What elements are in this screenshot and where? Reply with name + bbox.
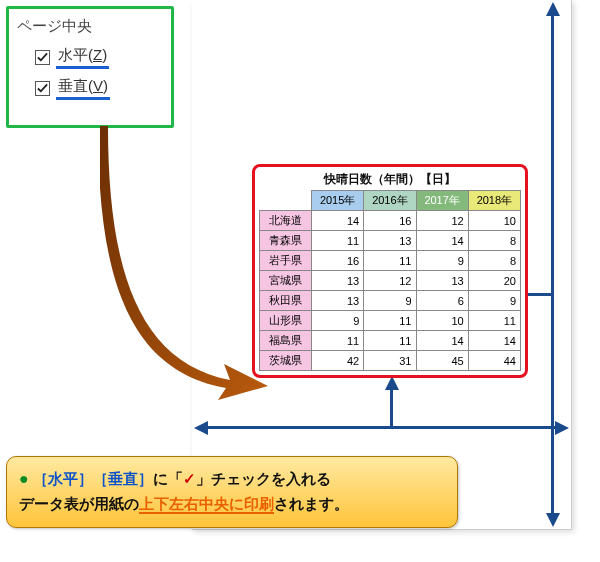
row-header: 山形県 [260,311,312,331]
data-cell: 8 [468,251,520,271]
col-header: 2016年 [364,191,416,211]
row-header: 茨城県 [260,351,312,371]
table-row: 秋田県13969 [260,291,521,311]
print-preview-sheet: 快晴日数（年間）【日】 2015年 2016年 2017年 2018年 北海道1… [192,0,572,530]
row-header: 宮城県 [260,271,312,291]
table-corner [260,191,312,211]
data-cell: 11 [364,311,416,331]
page-center-group-label: ページ中央 [17,17,163,36]
data-cell: 9 [468,291,520,311]
arrowhead-up-icon [546,2,560,16]
data-cell: 9 [312,311,364,331]
row-header: 北海道 [260,211,312,231]
vertical-checkbox-row[interactable]: 垂直(V) [17,77,163,100]
callout-line-2: データ表が用紙の上下左右中央に印刷されます。 [19,492,445,515]
horizontal-checkbox-row[interactable]: 水平(Z) [17,46,163,69]
data-cell: 13 [312,291,364,311]
data-cell: 11 [312,231,364,251]
table-row: 茨城県42314544 [260,351,521,371]
data-cell: 9 [416,251,468,271]
row-header: 秋田県 [260,291,312,311]
data-cell: 45 [416,351,468,371]
gap-arrow-right [524,293,554,296]
data-cell: 14 [312,211,364,231]
vertical-checkbox-label: 垂直(V) [56,77,110,100]
table-row: 北海道14161210 [260,211,521,231]
row-header: 岩手県 [260,251,312,271]
data-cell: 14 [416,231,468,251]
data-cell: 10 [468,211,520,231]
data-cell: 8 [468,231,520,251]
checkmark-icon [35,81,50,96]
data-cell: 9 [364,291,416,311]
data-cell: 20 [468,271,520,291]
col-header: 2018年 [468,191,520,211]
data-cell: 11 [312,331,364,351]
table-row: 福島県11111414 [260,331,521,351]
gap-arrow-bottom [390,384,393,426]
table-row: 山形県9111011 [260,311,521,331]
page-center-group: ページ中央 水平(Z) 垂直(V) [6,6,174,128]
bullet-icon: ● [19,470,29,487]
arrowhead-right-icon [555,421,569,435]
data-cell: 16 [364,211,416,231]
data-cell: 12 [364,271,416,291]
table-row: 青森県1113148 [260,231,521,251]
data-cell: 10 [416,311,468,331]
data-cell: 11 [364,251,416,271]
checkmark-icon [35,50,50,65]
table-row: 岩手県161198 [260,251,521,271]
explanation-callout: ● ［水平］［垂直］に「✓」チェックを入れる データ表が用紙の上下左右中央に印刷… [6,456,458,528]
table-title: 快晴日数（年間）【日】 [259,171,521,188]
data-cell: 11 [364,331,416,351]
data-cell: 13 [416,271,468,291]
data-cell: 13 [312,271,364,291]
data-cell: 42 [312,351,364,371]
data-cell: 14 [416,331,468,351]
data-cell: 14 [468,331,520,351]
data-cell: 11 [468,311,520,331]
row-header: 福島県 [260,331,312,351]
data-cell: 16 [312,251,364,271]
data-cell: 12 [416,211,468,231]
row-header: 青森県 [260,231,312,251]
data-cell: 6 [416,291,468,311]
arrowhead-down-icon [546,513,560,527]
check-icon: ✓ [183,470,196,487]
col-header: 2015年 [312,191,364,211]
horizontal-extent-line [204,426,559,429]
horizontal-checkbox-label: 水平(Z) [56,46,109,69]
data-cell: 13 [364,231,416,251]
callout-line-1: ● ［水平］［垂直］に「✓」チェックを入れる [19,467,445,492]
arrowhead-up-icon [385,376,399,390]
table-row: 宮城県13121320 [260,271,521,291]
data-table: 2015年 2016年 2017年 2018年 北海道14161210青森県11… [259,190,521,371]
data-cell: 31 [364,351,416,371]
col-header: 2017年 [416,191,468,211]
data-cell: 44 [468,351,520,371]
data-table-box: 快晴日数（年間）【日】 2015年 2016年 2017年 2018年 北海道1… [252,164,528,378]
arrowhead-left-icon [194,421,208,435]
vertical-extent-line [551,12,554,518]
